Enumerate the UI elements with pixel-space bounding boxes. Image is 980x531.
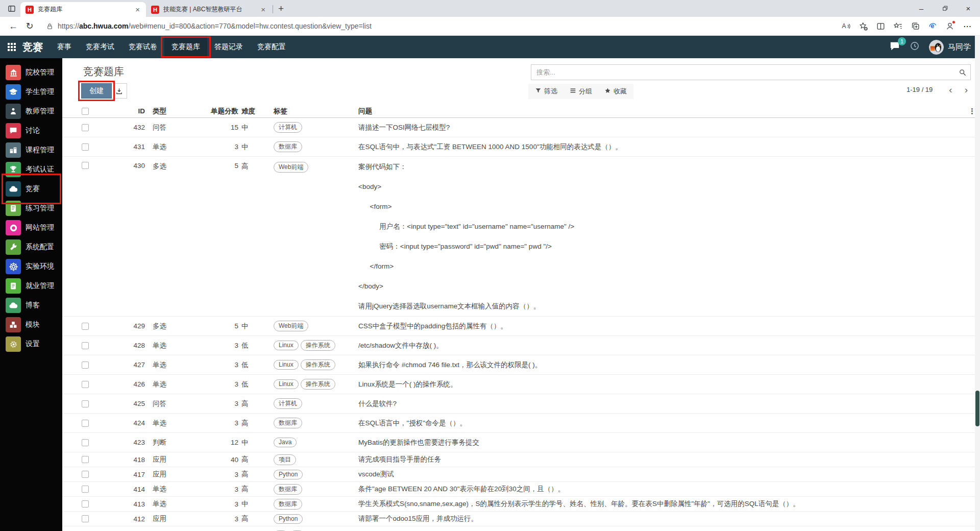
column-header-question[interactable]: 问题 [357,107,980,116]
select-all-checkbox[interactable] [82,108,89,115]
sidebar-item-5[interactable]: 课程管理 [0,140,62,160]
activity-clock-icon[interactable] [910,41,920,53]
row-checkbox[interactable] [82,381,89,388]
messages-icon[interactable]: 1 [889,41,900,53]
nav-item-2[interactable]: 竞赛考试 [79,36,121,58]
browser-tab-active[interactable]: H 竞赛题库 × [20,2,146,17]
refresh-icon[interactable]: ↻ [21,18,38,34]
column-header-score[interactable]: 单题分数 [210,107,238,116]
nav-item-6[interactable]: 竞赛配置 [250,36,293,58]
export-download-button[interactable] [112,83,127,99]
row-checkbox[interactable] [82,124,89,131]
row-checkbox[interactable] [82,323,89,330]
row-checkbox[interactable] [82,342,89,349]
collections-icon[interactable] [908,19,923,33]
sidebar-item-1[interactable]: 院校管理 [0,63,62,82]
table-row[interactable]: 429 多选 5 中 Web前端 CSS中盒子模型中的padding包括的属性有… [62,317,980,336]
sidebar-item-7[interactable]: 竞赛 [0,179,62,199]
nav-item-label: 竞赛试卷 [129,42,157,52]
row-checkbox[interactable] [82,439,89,446]
row-checkbox[interactable] [82,420,89,427]
address-bar[interactable]: https://abc.hwua.com/web#menu_id=800&act… [38,22,838,30]
table-row[interactable]: 424 单选 3 高 数据库 在SQL语言中，"授权"命令是（）。 [62,414,980,433]
sidebar-item-4[interactable]: 讨论 [0,121,62,140]
column-header-difficulty[interactable]: 难度 [238,107,272,116]
row-checkbox[interactable] [82,361,89,369]
table-row[interactable] [62,526,980,531]
table-row[interactable]: 426 单选 3 低 Linux操作系统 Linux系统是一个( )的操作系统。 [62,375,980,394]
filter-button-2[interactable]: 分组 [570,87,592,96]
window-minimize-button[interactable]: – [910,0,933,17]
filter-button-1[interactable]: 筛选 [535,87,557,96]
sidebar-item-8[interactable]: 练习管理 [0,199,62,218]
row-checkbox[interactable] [82,515,89,522]
nav-item-1[interactable]: 赛事 [50,36,79,58]
column-header-id[interactable]: ID [94,107,145,115]
new-tab-button[interactable]: + [278,3,284,14]
table-row[interactable]: 431 单选 3 中 数据库 在SQL语句中，与表达式"工资 BETWEEN 1… [62,137,980,157]
sidebar-item-15[interactable]: 设置 [0,334,62,354]
nav-item-3[interactable]: 竞赛试卷 [121,36,164,58]
sidebar-item-10[interactable]: 系统配置 [0,237,62,257]
table-row[interactable]: 432 问答 15 中 计算机 请描述一下OSI网络七层模型? [62,118,980,137]
nav-item-4[interactable]: 竞赛题库 [164,36,207,58]
sidebar-item-2[interactable]: 学生管理 [0,82,62,102]
search-icon[interactable] [955,68,970,77]
sidebar-item-11[interactable]: 实验环境 [0,257,62,276]
table-row[interactable]: 425 问答 3 高 计算机 什么是软件? [62,394,980,414]
read-aloud-icon[interactable]: A [838,19,853,33]
row-checkbox[interactable] [82,162,89,169]
table-row[interactable]: 427 单选 3 低 Linux操作系统 如果执行命令 #chmod 746 f… [62,355,980,375]
cell-question: 什么是软件? [357,399,980,408]
filter-button-3[interactable]: 收藏 [604,87,627,96]
create-button[interactable]: 创建 [81,83,112,99]
row-checkbox[interactable] [82,486,89,493]
question-line: <form> [358,197,975,216]
sidebar-item-12[interactable]: 就业管理 [0,276,62,296]
window-close-button[interactable]: × [957,0,980,17]
ie-mode-icon[interactable]: e [925,19,940,33]
table-row[interactable]: 414 单选 3 高 数据库 条件"age BETWEEN 20 AND 30"… [62,482,980,497]
table-row[interactable]: 428 单选 3 低 Linux操作系统 /etc/shadow文件中存放( )… [62,336,980,355]
table-row[interactable]: 423 判断 12 中 Java MyBatis的更新操作也需要进行事务提交 [62,433,980,452]
scrollbar-thumb[interactable] [975,391,979,426]
sidebar-item-3[interactable]: 教师管理 [0,102,62,121]
cell-tags: Web前端 [272,321,357,331]
add-favorite-icon[interactable] [855,19,871,33]
table-row[interactable]: 413 单选 3 中 数据库 学生关系模式S(sno,sname,sex,age… [62,497,980,512]
tab-actions-icon[interactable] [4,2,19,15]
row-checkbox[interactable] [82,456,89,463]
sidebar-item-14[interactable]: 模块 [0,315,62,334]
row-checkbox[interactable] [82,471,89,478]
pagination-prev-icon[interactable]: ‹ [943,85,958,94]
table-row[interactable]: 412 应用 3 高 Python 请部署一个odoo15应用，并成功运行。 [62,512,980,526]
tab-close-icon[interactable]: × [260,5,266,14]
column-header-tags[interactable]: 标签 [272,107,357,116]
tab-close-icon[interactable]: × [134,5,141,14]
back-icon[interactable]: ← [5,18,21,34]
cell-type: 单选 [145,341,210,350]
browser-menu-icon[interactable]: ⋯ [960,19,975,33]
search-input[interactable] [531,68,955,76]
column-header-type[interactable]: 类型 [145,107,210,116]
row-checkbox[interactable] [82,400,89,407]
sidebar-item-6[interactable]: 考试认证 [0,160,62,179]
browser-tab-inactive[interactable]: H 技能竞赛 | ABC智慧教研平台 × [146,2,272,17]
browser-profile-avatar[interactable] [942,19,958,33]
apps-grid-icon[interactable] [3,36,20,58]
user-menu[interactable]: 马同学 [929,40,971,55]
window-restore-button[interactable] [933,0,957,17]
app-brand[interactable]: 竞赛 [20,40,50,54]
sidebar-item-9[interactable]: 网站管理 [0,218,62,237]
favorites-bar-icon[interactable] [890,19,905,33]
row-checkbox[interactable] [82,143,89,151]
nav-item-5[interactable]: 答题记录 [207,36,250,58]
table-row[interactable]: 417 应用 3 高 Python vscode测试 [62,467,980,482]
pagination-next-icon[interactable]: › [959,85,974,94]
sidebar-item-13[interactable]: 博客 [0,296,62,315]
table-row[interactable]: 430 多选 5 高 Web前端 案例代码如下：<body> <form> 用户… [62,157,980,317]
row-checkbox[interactable] [82,500,89,508]
page-scrollbar[interactable] [975,36,980,531]
table-row[interactable]: 418 应用 40 高 项目 请完成项目指导手册的任务 [62,452,980,467]
split-screen-icon[interactable] [873,19,888,33]
